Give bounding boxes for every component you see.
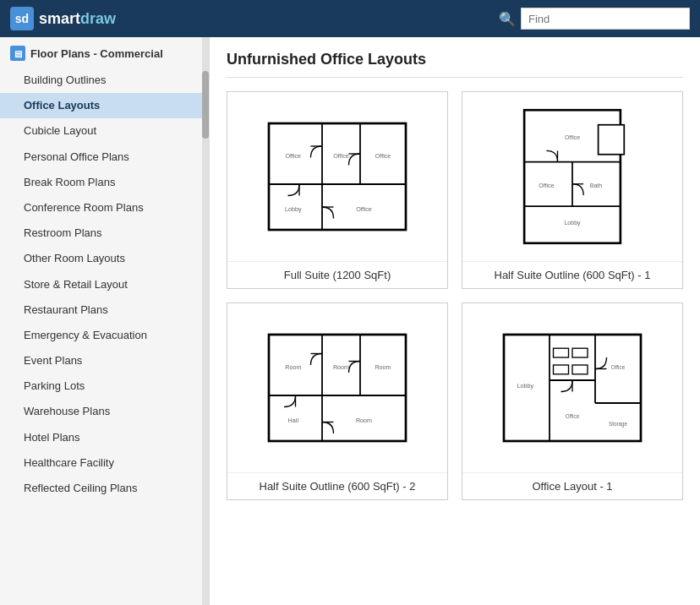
sidebar-item-office-layouts[interactable]: Office Layouts (0, 93, 209, 118)
sidebar-item-cubicle-layout[interactable]: Cubicle Layout (0, 118, 209, 144)
svg-text:Office: Office (375, 152, 391, 160)
search-area: 🔍 (499, 8, 690, 30)
logo-smart: smart (39, 10, 80, 27)
svg-rect-25 (269, 335, 406, 441)
svg-text:Storage: Storage (609, 421, 628, 428)
logo-icon: sd (10, 7, 34, 30)
app-header: sd smartdraw 🔍 (0, 0, 700, 37)
svg-rect-47 (554, 365, 569, 374)
svg-text:Room: Room (333, 363, 349, 371)
card-image-full-suite: Office Office Office Lobby Office (227, 92, 447, 261)
card-label-half-suite-2: Half Suite Outline (600 SqFt) - 2 (227, 472, 447, 499)
sidebar-item-healthcare-facility[interactable]: Healthcare Facility (0, 450, 209, 476)
sidebar-item-personal-office-plans[interactable]: Personal Office Plans (0, 144, 209, 170)
svg-text:Bath: Bath (590, 183, 603, 188)
sidebar-item-store-retail-layout[interactable]: Store & Retail Layout (0, 272, 209, 297)
card-full-suite[interactable]: Office Office Office Lobby Office Full S… (227, 91, 448, 289)
scrollbar-track (202, 37, 209, 605)
svg-text:Office: Office (356, 205, 372, 213)
svg-text:Lobby: Lobby (517, 382, 533, 390)
svg-text:Office: Office (566, 413, 580, 419)
sidebar-item-parking-lots[interactable]: Parking Lots (0, 373, 209, 399)
svg-text:Room: Room (356, 417, 372, 424)
main-layout: ▤ Floor Plans - Commercial Building Outl… (0, 37, 700, 605)
sidebar-item-event-plans[interactable]: Event Plans (0, 348, 209, 373)
sidebar-item-warehouse-plans[interactable]: Warehouse Plans (0, 399, 209, 424)
svg-text:Room: Room (375, 363, 391, 371)
svg-text:Office: Office (565, 134, 580, 140)
logo-area: sd smartdraw (10, 7, 490, 30)
svg-text:Office: Office (333, 152, 349, 160)
scrollbar-thumb[interactable] (202, 71, 209, 139)
sidebar-item-conference-room-plans[interactable]: Conference Room Plans (0, 195, 209, 221)
svg-text:Hall: Hall (288, 417, 299, 424)
sidebar-header-label: Floor Plans - Commercial (30, 47, 163, 60)
card-grid: Office Office Office Lobby Office Full S… (227, 91, 683, 500)
sidebar-header-icon: ▤ (10, 46, 25, 61)
search-input[interactable] (521, 8, 690, 30)
sidebar-header: ▤ Floor Plans - Commercial (0, 37, 209, 68)
svg-rect-0 (269, 123, 406, 230)
card-label-half-suite-1: Half Suite Outline (600 SqFt) - 1 (462, 261, 682, 288)
card-image-half-suite-1: Office Office Bath Lobby (462, 92, 682, 261)
card-label-office-layout-1: Office Layout - 1 (462, 472, 682, 499)
sidebar-item-restaurant-plans[interactable]: Restaurant Plans (0, 297, 209, 323)
sidebar-item-restroom-plans[interactable]: Restroom Plans (0, 221, 209, 246)
sidebar-item-other-room-layouts[interactable]: Other Room Layouts (0, 246, 209, 271)
sidebar-item-break-room-plans[interactable]: Break Room Plans (0, 170, 209, 195)
svg-rect-46 (572, 348, 588, 357)
svg-text:Lobby: Lobby (564, 220, 581, 226)
sidebar-item-hotel-plans[interactable]: Hotel Plans (0, 425, 209, 450)
svg-rect-48 (572, 365, 588, 374)
sidebar-item-reflected-ceiling-plans[interactable]: Reflected Ceiling Plans (0, 476, 209, 501)
page-title: Unfurnished Office Layouts (227, 51, 683, 78)
svg-text:Office: Office (539, 183, 554, 188)
logo-draw: draw (80, 10, 116, 27)
card-label-full-suite: Full Suite (1200 SqFt) (227, 261, 447, 288)
svg-text:Office: Office (611, 364, 626, 370)
sidebar-item-emergency-evacuation[interactable]: Emergency & Evacuation (0, 323, 209, 348)
content-area: Unfurnished Office Layouts (210, 37, 700, 605)
card-half-suite-2[interactable]: Room Room Room Hall Room Half Suite Outl… (227, 302, 448, 500)
card-image-office-layout-1: Lobby Office Office Storage (462, 303, 682, 472)
svg-rect-18 (599, 125, 625, 155)
search-button[interactable]: 🔍 (499, 11, 516, 27)
svg-text:Office: Office (285, 152, 301, 160)
card-image-half-suite-2: Room Room Room Hall Room (227, 303, 447, 472)
card-half-suite-1[interactable]: Office Office Bath Lobby Half Suite Outl… (462, 91, 683, 289)
svg-text:Lobby: Lobby (285, 205, 302, 213)
svg-rect-45 (554, 348, 569, 357)
sidebar: ▤ Floor Plans - Commercial Building Outl… (0, 37, 210, 605)
svg-text:Room: Room (285, 363, 301, 371)
card-office-layout-1[interactable]: Lobby Office Office Storage Office Layou… (462, 302, 683, 500)
logo-text: smartdraw (39, 10, 116, 28)
sidebar-item-building-outlines[interactable]: Building Outlines (0, 68, 209, 93)
